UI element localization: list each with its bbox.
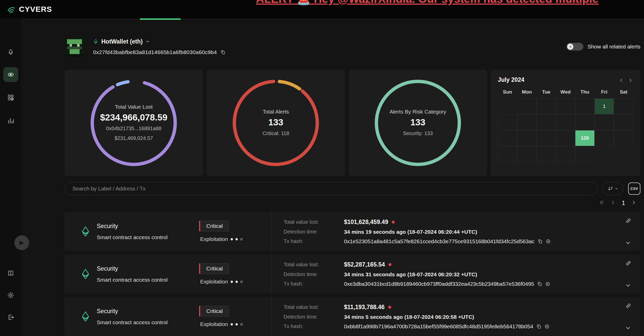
alerts-by-risk-center: Alerts By Risk Category 133 Security: 13… [373, 78, 463, 168]
phase-dot-filled [231, 238, 233, 240]
sidebar-item-monitoring[interactable] [3, 67, 18, 82]
stat-label: Alerts By Risk Category [390, 109, 446, 115]
alert-severity-block: Critical Exploitation [199, 263, 272, 285]
detection-time-label: Detection time: [284, 271, 344, 277]
alert-link-button[interactable] [626, 303, 631, 309]
gear-icon [7, 292, 14, 299]
export-csv-button[interactable]: CSV [628, 182, 640, 195]
phase-label: Exploitation [200, 236, 228, 242]
link-icon [626, 260, 631, 266]
alert-severity-block: Critical Exploitation [199, 306, 272, 327]
wallet-info: HotWallet (eth) 0x27fd43babfbe83a81d1466… [93, 38, 226, 55]
prev-page-button[interactable] [610, 199, 616, 207]
calendar-cell-120-alerts[interactable]: 120 [575, 130, 595, 146]
calendar-cell [575, 114, 595, 130]
calendar-cell-day-1[interactable]: 1 [595, 98, 614, 114]
calendar-cell [517, 130, 537, 146]
alert-details: Total value lost: $101,628,459.49 Detect… [272, 212, 640, 251]
detection-time-line: Detection time: 34 mins 19 seconds ago (… [284, 229, 640, 235]
sidebar-item-settings[interactable] [3, 288, 18, 303]
alert-banner-text: ALERT 🚨 Hey @WazirXIndia. Our system has… [256, 0, 598, 6]
alert-link-button[interactable] [626, 260, 631, 266]
explorer-link-button[interactable] [544, 324, 550, 329]
show-related-alerts-toggle[interactable]: ✕ [566, 43, 583, 50]
tx-hash-line: Tx hash: 0xbb8f1a998b7196a4700b728a15bef… [284, 323, 640, 330]
total-value-lost-center: Total Value Lost $234,966,078.59 0x04b21… [89, 78, 179, 168]
alert-category: Security [97, 223, 199, 230]
stat-label: Total Alerts [263, 109, 289, 115]
calendar-cell [556, 98, 575, 114]
day-header: Sat [614, 89, 633, 95]
sidebar-item-docs[interactable] [3, 266, 18, 281]
sort-button[interactable] [602, 182, 624, 195]
detection-time-line: Detection time: 34 mins 31 seconds ago (… [284, 271, 640, 278]
alert-row: Security Smart contract access control C… [65, 297, 640, 336]
calendar-month-title: July 2024 [498, 76, 524, 83]
phase-dot-filled [231, 281, 233, 283]
brand[interactable]: CYVERS [7, 5, 52, 14]
tx-hash-line: Tx hash: 0x1e523051a8a481c5a57fe8261cced… [284, 238, 640, 245]
total-value-lost-donut: Total Value Lost $234,966,078.59 0x04b21… [89, 78, 179, 168]
copy-address-button[interactable] [220, 50, 226, 55]
calendar-cell [614, 114, 633, 130]
calendar-prev-button[interactable]: ‹ [618, 76, 624, 84]
alert-row: Security Smart contract access control C… [65, 212, 640, 251]
phase-dot-filled [235, 238, 238, 240]
chevron-down-icon [625, 325, 631, 331]
stat-sub-amount: $231,469,024.57 [114, 135, 153, 142]
calendar-cell [536, 146, 556, 162]
tx-hash-value-group: 0x1e523051a8a481c5a57fe8261cced4cb3e775c… [344, 238, 551, 245]
calendar-cell [536, 114, 556, 130]
phase-label: Exploitation [200, 321, 228, 327]
value-lost-amount: $101,628,459.49 [344, 219, 396, 226]
book-icon [7, 270, 14, 277]
top-header: CYVERS ALERT 🚨 Hey @WazirXIndia. Our sys… [0, 0, 644, 18]
sidebar-item-analytics[interactable] [3, 113, 18, 128]
stat-breakdown: Critical: 118 [262, 130, 289, 137]
calendar-next-button[interactable]: › [628, 76, 633, 84]
expand-panel-button[interactable]: ▶ [14, 235, 29, 250]
sidebar-item-logout[interactable] [3, 310, 18, 325]
calendar-cell [498, 114, 517, 130]
alert-category-block: Security Smart contract access control [97, 308, 199, 325]
calendar-cell [536, 130, 556, 146]
alert-expand-button[interactable] [625, 282, 631, 289]
alert-expand-button[interactable] [625, 325, 631, 331]
sidebar [0, 18, 21, 336]
play-icon: ▶ [20, 239, 24, 246]
value-lost-line: Total value lost: $101,628,459.49 [284, 219, 640, 226]
copy-tx-button[interactable] [536, 324, 541, 329]
eye-icon [7, 71, 14, 78]
search-input[interactable] [65, 182, 597, 195]
copy-tx-button[interactable] [537, 281, 542, 287]
copy-tx-button[interactable] [538, 239, 543, 244]
alert-link-button[interactable] [626, 218, 631, 223]
explorer-link-button[interactable] [545, 281, 550, 287]
copy-icon [537, 281, 542, 287]
explorer-link-button[interactable] [546, 239, 551, 244]
pagination: 1 [65, 199, 640, 207]
toggle-label: Show all related alerts [587, 44, 640, 50]
calendar-cell [556, 146, 575, 162]
calendar-cell [517, 146, 537, 162]
value-lost-label: Total value lost: [284, 304, 344, 310]
detection-time-value: 34 mins 31 seconds ago (18-07-2024 06:20… [344, 271, 477, 278]
sidebar-item-notifications[interactable] [3, 44, 18, 59]
tx-hash-label: Tx hash: [284, 281, 344, 287]
value-lost-amount: $11,193,788.46 [344, 304, 392, 311]
alert-subcategory: Smart contract access control [97, 234, 199, 240]
calendar-cell [614, 146, 633, 162]
next-page-button[interactable] [631, 199, 636, 207]
alert-row: Security Smart contract access control C… [65, 255, 640, 293]
wallet-selector[interactable]: HotWallet (eth) [93, 38, 226, 45]
first-page-button[interactable] [599, 199, 604, 207]
total-value-lost-card: Total Value Lost $234,966,078.59 0x04b21… [65, 70, 203, 176]
detection-time-label: Detection time: [284, 314, 344, 320]
detection-time-value: 34 mins 19 seconds ago (18-07-2024 06:20… [344, 229, 477, 235]
alert-expand-button[interactable] [625, 240, 631, 246]
phase-row: Exploitation [199, 279, 243, 285]
virus-icon [388, 262, 392, 267]
ethereum-icon [93, 39, 98, 44]
calendar-nav: ‹ › [618, 76, 633, 84]
sidebar-item-network[interactable] [3, 90, 18, 105]
